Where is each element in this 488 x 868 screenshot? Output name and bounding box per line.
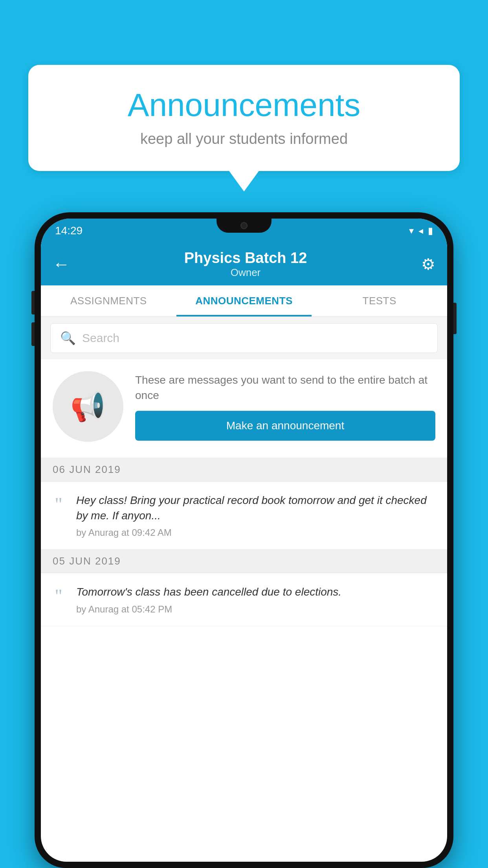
announcement-meta-2: by Anurag at 05:42 PM <box>76 604 435 615</box>
make-announcement-button[interactable]: Make an announcement <box>135 411 435 441</box>
volume-down-button <box>31 322 35 346</box>
quote-icon-2: " <box>49 587 68 605</box>
announcement-empty-right: These are messages you want to send to t… <box>135 372 435 441</box>
power-button <box>453 303 457 334</box>
settings-icon[interactable]: ⚙ <box>421 255 435 273</box>
app-bar-title-group: Physics Batch 12 Owner <box>184 250 307 279</box>
bubble-subtitle: keep all your students informed <box>52 131 436 147</box>
phone-device: 14:29 ▾ ◂ ▮ ← Physics Batch 12 Owner ⚙ A… <box>35 212 453 868</box>
status-bar: 14:29 ▾ ◂ ▮ <box>41 219 447 243</box>
search-icon: 🔍 <box>60 331 76 346</box>
search-input-wrap[interactable]: 🔍 Search <box>50 323 438 353</box>
tab-assignments[interactable]: ASSIGNMENTS <box>41 285 176 316</box>
status-time: 14:29 <box>55 224 83 237</box>
status-icons: ▾ ◂ ▮ <box>409 225 433 236</box>
date-separator-1: 06 JUN 2019 <box>41 458 447 482</box>
announcement-message-2: Tomorrow's class has been cancelled due … <box>76 584 435 600</box>
tab-tests[interactable]: TESTS <box>312 285 447 316</box>
tab-announcements[interactable]: ANNOUNCEMENTS <box>176 285 312 316</box>
announcement-content-2: Tomorrow's class has been cancelled due … <box>76 584 435 614</box>
wifi-icon: ▾ <box>409 225 414 236</box>
notch <box>216 219 272 233</box>
volume-up-button <box>31 291 35 314</box>
date-separator-2: 05 JUN 2019 <box>41 550 447 573</box>
search-bar: 🔍 Search <box>41 317 447 359</box>
announcement-item-2: " Tomorrow's class has been cancelled du… <box>41 573 447 626</box>
announcement-empty-text: These are messages you want to send to t… <box>135 372 435 403</box>
megaphone-icon: 📢 <box>70 390 106 423</box>
announcement-item-1: " Hey class! Bring your practical record… <box>41 482 447 550</box>
app-bar-subtitle: Owner <box>184 267 307 279</box>
announcement-content-1: Hey class! Bring your practical record b… <box>76 493 435 538</box>
speech-bubble-container: Announcements keep all your students inf… <box>28 65 460 171</box>
battery-icon: ▮ <box>428 225 433 236</box>
app-bar-title: Physics Batch 12 <box>184 250 307 267</box>
announcement-empty-state: 📢 These are messages you want to send to… <box>41 359 447 458</box>
bubble-title: Announcements <box>52 86 436 123</box>
phone-screen: 14:29 ▾ ◂ ▮ ← Physics Batch 12 Owner ⚙ A… <box>41 219 447 862</box>
announcement-meta-1: by Anurag at 09:42 AM <box>76 527 435 538</box>
quote-icon-1: " <box>49 495 68 514</box>
camera <box>240 222 248 229</box>
back-button[interactable]: ← <box>53 254 70 274</box>
announcement-icon-circle: 📢 <box>53 371 123 442</box>
speech-bubble: Announcements keep all your students inf… <box>28 65 460 171</box>
app-bar: ← Physics Batch 12 Owner ⚙ <box>41 243 447 285</box>
announcement-message-1: Hey class! Bring your practical record b… <box>76 493 435 523</box>
tabs: ASSIGNMENTS ANNOUNCEMENTS TESTS <box>41 285 447 317</box>
search-placeholder: Search <box>82 331 119 345</box>
signal-icon: ◂ <box>418 225 423 236</box>
